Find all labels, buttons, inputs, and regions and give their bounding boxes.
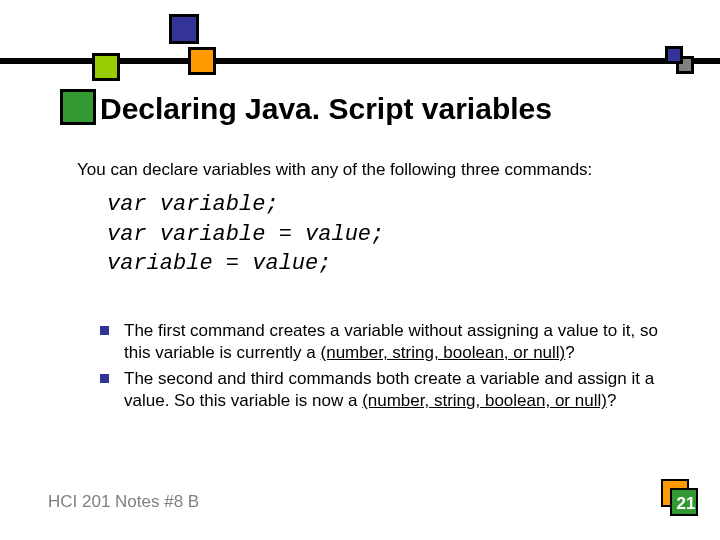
intro-text: You can declare variables with any of th… xyxy=(77,160,592,180)
code-line-2: var variable = value; xyxy=(107,222,384,247)
square-purple-right xyxy=(665,46,683,64)
code-line-1: var variable; xyxy=(107,192,279,217)
square-lime xyxy=(92,53,120,81)
bullet-square-icon xyxy=(100,326,109,335)
page-number: 21 xyxy=(670,488,702,520)
bullet-square-icon xyxy=(100,374,109,383)
bullet-list: The first command creates a variable wit… xyxy=(100,320,680,416)
bullet-text-post: ? xyxy=(565,343,574,362)
square-purple-top xyxy=(169,14,199,44)
footer-text: HCI 201 Notes #8 B xyxy=(48,492,199,512)
code-line-3: variable = value; xyxy=(107,251,331,276)
page-number-box: 21 xyxy=(670,488,700,518)
square-green-title xyxy=(60,89,96,125)
code-block: var variable; var variable = value; vari… xyxy=(107,190,384,279)
bullet-text-post: ? xyxy=(607,391,616,410)
bullet-text-underline: (number, string, boolean, or null) xyxy=(362,391,607,410)
bullet-item: The second and third commands both creat… xyxy=(100,368,680,412)
bullet-text-underline: (number, string, boolean, or null) xyxy=(321,343,566,362)
slide-title: Declaring Java. Script variables xyxy=(100,92,552,126)
square-orange xyxy=(188,47,216,75)
bullet-item: The first command creates a variable wit… xyxy=(100,320,680,364)
